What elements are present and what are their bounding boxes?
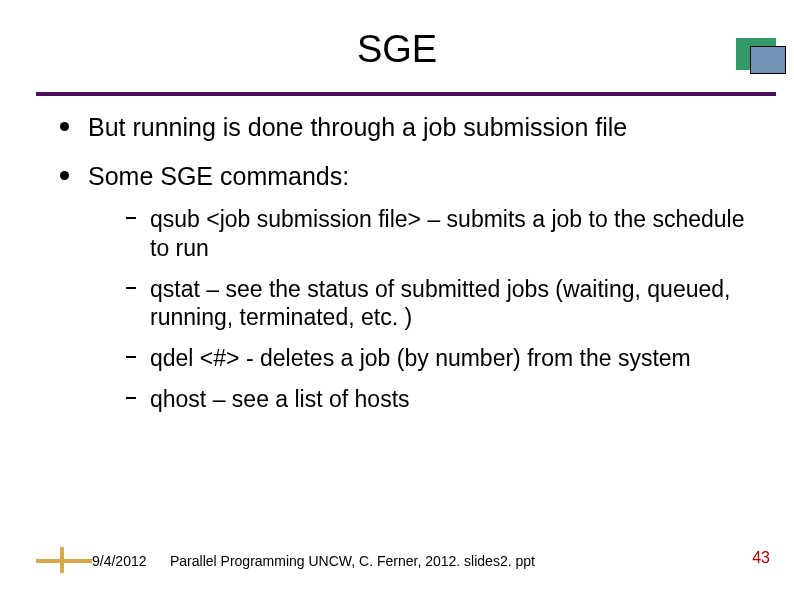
footer-date: 9/4/2012 — [92, 553, 147, 569]
footer-accent-h — [36, 559, 92, 563]
slide-title: SGE — [0, 28, 794, 71]
title-area: SGE — [0, 0, 794, 71]
footer-page-number: 43 — [752, 549, 770, 567]
slide: SGE But running is done through a job su… — [0, 0, 794, 595]
bullet-text: Some SGE commands: — [88, 162, 349, 190]
footer: 9/4/2012 Parallel Programming UNCW, C. F… — [0, 549, 794, 573]
sub-bullet-item: qsub <job submission file> – submits a j… — [126, 205, 754, 263]
sub-bullet-item: qdel <#> - deletes a job (by number) fro… — [126, 344, 754, 373]
title-underline — [36, 92, 776, 96]
sub-bullet-text: qsub <job submission file> – submits a j… — [150, 206, 745, 261]
bullet-item: But running is done through a job submis… — [60, 112, 754, 143]
footer-accent-v — [60, 547, 64, 573]
content-area: But running is done through a job submis… — [60, 112, 754, 432]
sub-bullet-item: qstat – see the status of submitted jobs… — [126, 275, 754, 333]
sub-bullet-text: qdel <#> - deletes a job (by number) fro… — [150, 345, 691, 371]
sub-bullet-text: qstat – see the status of submitted jobs… — [150, 276, 730, 331]
footer-text: Parallel Programming UNCW, C. Ferner, 20… — [170, 553, 535, 569]
bullet-text: But running is done through a job submis… — [88, 113, 627, 141]
bullet-item: Some SGE commands: qsub <job submission … — [60, 161, 754, 414]
deco-rect-front — [750, 46, 786, 74]
sub-bullet-item: qhost – see a list of hosts — [126, 385, 754, 414]
sub-bullet-text: qhost – see a list of hosts — [150, 386, 410, 412]
corner-decoration — [736, 38, 788, 76]
sub-list: qsub <job submission file> – submits a j… — [126, 205, 754, 414]
